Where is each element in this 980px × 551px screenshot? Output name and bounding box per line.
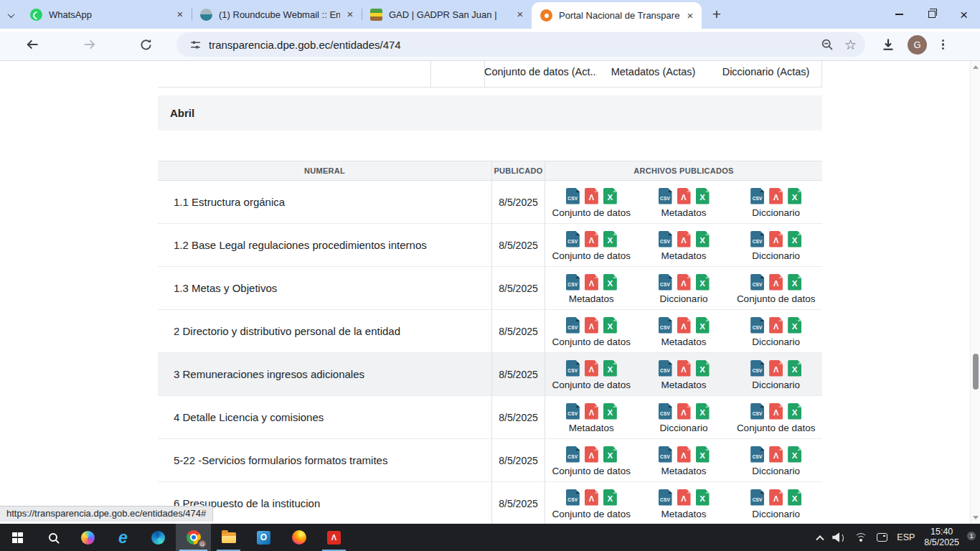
pdf-file-icon[interactable]: Λ (769, 317, 783, 334)
csv-file-icon[interactable]: CSV (659, 403, 672, 420)
xls-file-icon[interactable]: X (788, 188, 801, 204)
scroll-up-arrow-icon[interactable] (973, 65, 979, 69)
browser-tab[interactable]: WhatsApp× (22, 2, 192, 27)
archivo-label[interactable]: Metadatos (661, 336, 706, 347)
bookmark-star-icon[interactable]: ☆ (844, 38, 857, 52)
forward-button[interactable] (77, 32, 102, 57)
back-button[interactable] (20, 32, 44, 57)
xls-file-icon[interactable]: X (603, 317, 617, 334)
tab-close-button[interactable]: × (684, 10, 696, 22)
csv-file-icon[interactable]: CSV (659, 274, 672, 291)
archivo-label[interactable]: Metadatos (661, 207, 706, 218)
pdf-file-icon[interactable]: Λ (585, 188, 598, 204)
pdf-file-icon[interactable]: Λ (585, 489, 598, 506)
tray-overflow-chevron-icon[interactable] (816, 535, 824, 543)
scroll-down-arrow-icon[interactable] (973, 516, 979, 519)
archivo-label[interactable]: Conjunto de datos (552, 250, 631, 261)
xls-file-icon[interactable]: X (696, 274, 710, 291)
pdf-file-icon[interactable]: Λ (769, 489, 783, 506)
pdf-file-icon[interactable]: Λ (585, 360, 598, 377)
site-info-icon[interactable] (189, 39, 202, 51)
download-icon[interactable] (881, 37, 895, 52)
xls-file-icon[interactable]: X (788, 360, 801, 377)
pdf-file-icon[interactable]: Λ (769, 360, 783, 377)
taskbar-search-button[interactable] (35, 524, 70, 551)
csv-file-icon[interactable]: CSV (750, 231, 764, 248)
taskbar-outlook-button[interactable] (246, 524, 281, 551)
taskbar-file-explorer-button[interactable] (211, 524, 246, 551)
pdf-file-icon[interactable]: Λ (585, 274, 598, 291)
volume-icon[interactable] (832, 532, 845, 542)
csv-file-icon[interactable]: CSV (750, 188, 764, 204)
tab-close-button[interactable]: × (514, 9, 526, 20)
archivo-label[interactable]: Conjunto de datos (552, 336, 631, 347)
archivo-label[interactable]: Conjunto de datos (737, 293, 816, 304)
language-indicator[interactable]: ESP (897, 532, 915, 542)
taskbar-chrome-button[interactable]: G (176, 524, 211, 551)
xls-file-icon[interactable]: X (696, 231, 710, 248)
pdf-file-icon[interactable]: Λ (769, 446, 783, 463)
csv-file-icon[interactable]: CSV (659, 446, 672, 463)
csv-file-icon[interactable]: CSV (750, 403, 764, 420)
pdf-file-icon[interactable]: Λ (769, 274, 783, 291)
xls-file-icon[interactable]: X (788, 231, 801, 248)
xls-file-icon[interactable]: X (696, 403, 710, 420)
close-window-button[interactable]: × (948, 0, 980, 29)
tray-device-icon[interactable] (877, 533, 887, 542)
xls-file-icon[interactable]: X (788, 446, 801, 463)
pdf-file-icon[interactable]: Λ (677, 446, 691, 463)
pdf-file-icon[interactable]: Λ (677, 274, 691, 291)
archivo-label[interactable]: Diccionario (752, 380, 800, 390)
browser-tab[interactable]: (1) Roundcube Webmail :: Entra× (192, 2, 362, 27)
archivo-label[interactable]: Metadatos (661, 466, 706, 476)
scrollbar-thumb[interactable] (973, 354, 979, 390)
archivo-label[interactable]: Metadatos (Actas) (597, 61, 710, 88)
taskbar-firefox-button[interactable] (281, 524, 316, 551)
archivo-label[interactable]: Diccionario (752, 466, 800, 476)
archivo-label[interactable]: Diccionario (660, 423, 708, 433)
browser-tab[interactable]: Portal Nacional de Transparenci× (532, 2, 702, 29)
reload-button[interactable] (133, 32, 158, 57)
archivo-label[interactable]: Conjunto de datos (737, 423, 816, 433)
pdf-file-icon[interactable]: Λ (677, 489, 691, 506)
clock[interactable]: 15:40 8/5/2025 (924, 527, 959, 548)
pdf-file-icon[interactable]: Λ (677, 188, 691, 204)
restore-button[interactable] (915, 0, 948, 29)
pdf-file-icon[interactable]: Λ (677, 317, 691, 334)
archivo-label[interactable]: Conjunto de datos (Act... (484, 61, 597, 88)
csv-file-icon[interactable]: CSV (566, 231, 580, 248)
browser-tab[interactable]: GAD | GADPR San Juan |× (362, 2, 532, 27)
browser-menu-icon[interactable] (939, 37, 947, 53)
archivo-label[interactable]: Metadatos (661, 380, 706, 390)
pdf-file-icon[interactable]: Λ (677, 360, 691, 377)
csv-file-icon[interactable]: CSV (659, 360, 672, 377)
url-text[interactable]: transparencia.dpe.gob.ec/entidades/474 (209, 39, 821, 51)
csv-file-icon[interactable]: CSV (659, 489, 672, 506)
taskbar-acrobat-button[interactable] (316, 524, 352, 551)
page-scrollbar[interactable] (970, 61, 980, 524)
xls-file-icon[interactable]: X (603, 446, 617, 463)
xls-file-icon[interactable]: X (696, 188, 710, 204)
csv-file-icon[interactable]: CSV (750, 446, 764, 463)
archivo-label[interactable]: Diccionario (752, 509, 800, 519)
xls-file-icon[interactable]: X (603, 489, 617, 506)
csv-file-icon[interactable]: CSV (659, 231, 672, 248)
archivo-label[interactable]: Conjunto de datos (552, 207, 631, 218)
taskbar-edge-button[interactable] (141, 524, 176, 551)
archivo-label[interactable]: Metadatos (569, 423, 614, 433)
wifi-icon[interactable] (854, 533, 867, 542)
xls-file-icon[interactable]: X (603, 403, 617, 420)
xls-file-icon[interactable]: X (788, 274, 801, 291)
pdf-file-icon[interactable]: Λ (677, 231, 691, 248)
csv-file-icon[interactable]: CSV (750, 489, 764, 506)
csv-file-icon[interactable]: CSV (566, 317, 580, 334)
xls-file-icon[interactable]: X (696, 446, 710, 463)
xls-file-icon[interactable]: X (696, 360, 710, 377)
xls-file-icon[interactable]: X (788, 403, 801, 420)
address-bar[interactable]: transparencia.dpe.gob.ec/entidades/474 ☆ (176, 32, 865, 57)
csv-file-icon[interactable]: CSV (566, 446, 580, 463)
pdf-file-icon[interactable]: Λ (769, 403, 783, 420)
xls-file-icon[interactable]: X (788, 317, 801, 334)
xls-file-icon[interactable]: X (603, 231, 617, 248)
csv-file-icon[interactable]: CSV (566, 489, 580, 506)
